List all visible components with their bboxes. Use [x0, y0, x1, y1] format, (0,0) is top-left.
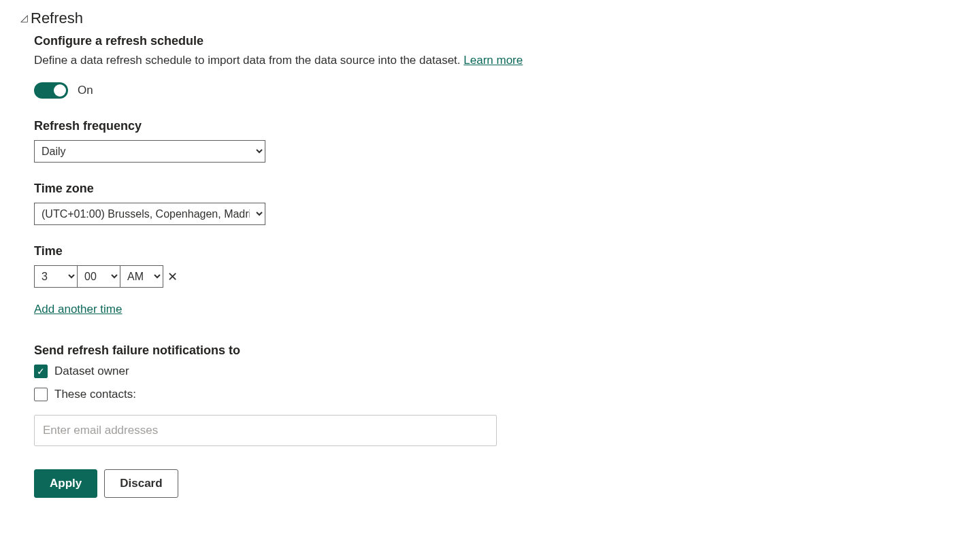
section-header: ◿ Refresh — [20, 10, 966, 27]
section-title: Refresh — [31, 10, 83, 27]
checkmark-icon: ✓ — [37, 367, 45, 376]
schedule-toggle[interactable] — [34, 82, 68, 99]
timezone-select[interactable]: (UTC+01:00) Brussels, Copenhagen, Madrid… — [34, 203, 265, 225]
time-ampm-select[interactable]: AM — [120, 265, 163, 288]
dataset-owner-label: Dataset owner — [54, 365, 129, 378]
button-row: Apply Discard — [34, 469, 966, 498]
remove-time-icon[interactable]: ✕ — [167, 269, 178, 284]
dataset-owner-row: ✓ Dataset owner — [34, 365, 966, 378]
toggle-state-label: On — [78, 84, 93, 97]
schedule-toggle-row: On — [34, 82, 966, 99]
time-field: Time 3 00 AM ✕ Add another time — [34, 244, 966, 316]
discard-button[interactable]: Discard — [104, 469, 178, 498]
these-contacts-checkbox[interactable] — [34, 388, 48, 401]
email-addresses-input[interactable] — [34, 415, 497, 446]
time-row: 3 00 AM ✕ — [34, 265, 966, 288]
frequency-field: Refresh frequency Daily — [34, 119, 966, 163]
description-text: Define a data refresh schedule to import… — [34, 54, 966, 67]
timezone-label: Time zone — [34, 182, 966, 196]
content-area: Configure a refresh schedule Define a da… — [34, 34, 966, 498]
apply-button[interactable]: Apply — [34, 469, 97, 498]
these-contacts-row: These contacts: — [34, 388, 966, 401]
configure-subtitle: Configure a refresh schedule — [34, 34, 966, 48]
time-hour-select[interactable]: 3 — [34, 265, 78, 288]
time-label: Time — [34, 244, 966, 258]
dataset-owner-checkbox[interactable]: ✓ — [34, 365, 48, 378]
notifications-section: Send refresh failure notifications to ✓ … — [34, 343, 966, 446]
collapse-triangle-icon[interactable]: ◿ — [20, 12, 28, 23]
frequency-label: Refresh frequency — [34, 119, 966, 133]
add-another-time-link[interactable]: Add another time — [34, 303, 122, 316]
frequency-select[interactable]: Daily — [34, 140, 265, 163]
description-body: Define a data refresh schedule to import… — [34, 54, 463, 67]
these-contacts-label: These contacts: — [54, 388, 136, 401]
timezone-field: Time zone (UTC+01:00) Brussels, Copenhag… — [34, 182, 966, 225]
notifications-label: Send refresh failure notifications to — [34, 343, 966, 358]
time-minute-select[interactable]: 00 — [77, 265, 120, 288]
toggle-knob — [54, 84, 66, 97]
learn-more-link[interactable]: Learn more — [463, 54, 523, 67]
